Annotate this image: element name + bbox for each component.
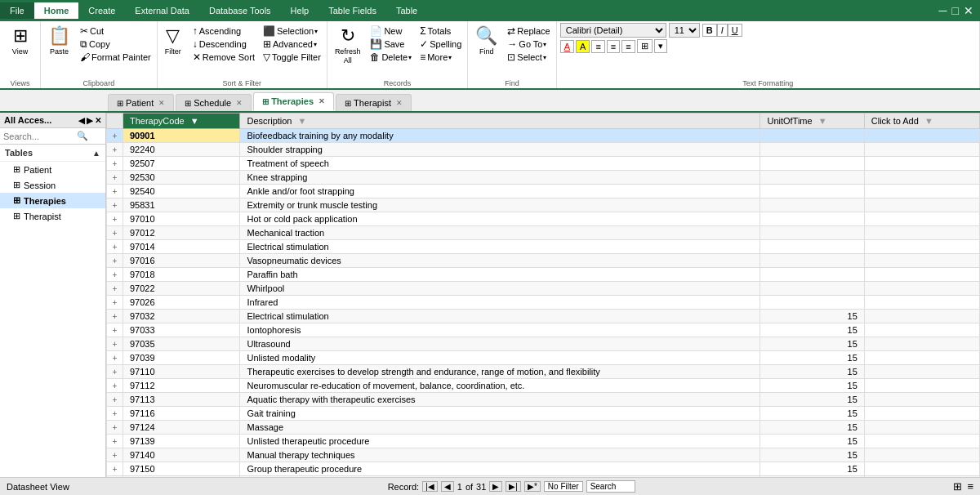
table-row[interactable]: +92240Shoulder strapping — [107, 143, 980, 157]
nav-tab-schedule[interactable]: ⊞ Schedule ✕ — [176, 94, 252, 111]
table-row[interactable]: +92530Knee strapping — [107, 171, 980, 185]
refresh-button[interactable]: ↻ Refresh All — [331, 23, 365, 67]
row-expand[interactable]: + — [107, 268, 123, 282]
more-button[interactable]: ≡ More ▾ — [417, 51, 464, 64]
copy-button[interactable]: ⧉ Copy — [78, 38, 154, 51]
selection-button[interactable]: ⬛ Selection ▾ — [261, 25, 323, 38]
font-selector[interactable]: Calibri (Detail) — [560, 23, 666, 38]
table-row[interactable]: +97016Vasopneumatic devices — [107, 254, 980, 268]
table-row[interactable]: +97035Ultrasound15 — [107, 337, 980, 351]
row-expand[interactable]: + — [107, 421, 123, 435]
sidebar-item-therapist[interactable]: ⊞ Therapist — [0, 208, 105, 224]
row-expand[interactable]: + — [107, 337, 123, 351]
table-row[interactable]: +97110Therapeutic exercises to develop s… — [107, 365, 980, 379]
row-expand[interactable]: + — [107, 379, 123, 393]
tab-help[interactable]: Help — [281, 2, 319, 19]
table-row[interactable]: +97018Paraffin bath — [107, 268, 980, 282]
nav-tab-patient[interactable]: ⊞ Patient ✕ — [108, 94, 174, 111]
bold-button[interactable]: B — [702, 24, 717, 37]
row-expand[interactable]: + — [107, 393, 123, 407]
row-expand[interactable]: + — [107, 157, 123, 171]
view-icon-list[interactable]: ≡ — [967, 480, 973, 493]
highlight-button[interactable]: A — [576, 40, 590, 53]
tables-section-collapse-icon[interactable]: ▲ — [92, 149, 100, 158]
col-click-to-add[interactable]: Click to Add ▼ — [864, 114, 979, 129]
sidebar-item-session[interactable]: ⊞ Session — [0, 177, 105, 193]
advanced-button[interactable]: ⊞ Advanced ▾ — [261, 38, 323, 51]
toggle-filter-button[interactable]: ▽ Toggle Filter — [261, 51, 323, 64]
tab-external-data[interactable]: External Data — [125, 2, 199, 19]
format-painter-button[interactable]: 🖌 Format Painter — [78, 51, 154, 64]
row-expand[interactable]: + — [107, 476, 123, 478]
schedule-tab-close-icon[interactable]: ✕ — [236, 99, 243, 107]
tab-database-tools[interactable]: Database Tools — [199, 2, 281, 19]
remove-sort-button[interactable]: ✕ Remove Sort — [190, 51, 257, 64]
row-expand[interactable]: + — [107, 226, 123, 240]
sidebar-item-therapies[interactable]: ⊞ Therapies — [0, 193, 105, 208]
nav-next-button[interactable]: ▶ — [489, 481, 502, 492]
find-button[interactable]: 🔍 Find — [471, 23, 501, 64]
tab-create[interactable]: Create — [78, 2, 125, 19]
cut-button[interactable]: ✂ Cut — [78, 25, 154, 38]
table-row[interactable]: +97022Whirlpool — [107, 282, 980, 296]
row-expand[interactable]: + — [107, 198, 123, 212]
delete-button[interactable]: 🗑 Delete ▾ — [368, 51, 414, 64]
view-icon-datasheet[interactable]: ⊞ — [953, 480, 962, 493]
row-expand[interactable]: + — [107, 462, 123, 476]
nav-new-button[interactable]: ▶* — [524, 481, 541, 492]
totals-button[interactable]: Σ Totals — [417, 25, 464, 38]
table-row[interactable]: +97012Mechanical traction — [107, 226, 980, 240]
row-expand[interactable]: + — [107, 282, 123, 296]
align-right-button[interactable]: ≡ — [621, 40, 635, 53]
table-row[interactable]: +97032Electrical stimulation15 — [107, 310, 980, 323]
select-button[interactable]: ⊡ Select ▾ — [505, 51, 552, 64]
nav-last-button[interactable]: ▶| — [506, 481, 521, 492]
row-expand[interactable]: + — [107, 240, 123, 254]
tab-table-fields[interactable]: Table Fields — [318, 2, 386, 19]
table-row[interactable]: +97014Electrical stimulation — [107, 240, 980, 254]
table-row[interactable]: +97124Massage15 — [107, 421, 980, 435]
view-button[interactable]: ⊞ View — [3, 23, 37, 58]
sidebar-nav-back-icon[interactable]: ◀ — [78, 116, 85, 125]
grid-button[interactable]: ⊞ — [637, 39, 653, 53]
no-filter-badge[interactable]: No Filter — [544, 481, 583, 492]
sidebar-nav-forward-icon[interactable]: ▶ — [87, 116, 93, 125]
col-unit-of-time[interactable]: UnitOfTime ▼ — [760, 114, 864, 129]
table-row[interactable]: +97116Gait training15 — [107, 407, 980, 421]
col-description[interactable]: Description ▼ — [240, 114, 760, 129]
therapist-tab-close-icon[interactable]: ✕ — [396, 99, 403, 107]
row-expand[interactable]: + — [107, 407, 123, 421]
spelling-button[interactable]: ✓ Spelling — [417, 38, 464, 51]
search-input[interactable] — [586, 480, 635, 493]
table-row[interactable]: +97140Manual therapy techniques15 — [107, 448, 980, 462]
row-expand[interactable]: + — [107, 143, 123, 157]
save-button[interactable]: 💾 Save — [368, 38, 414, 51]
table-row[interactable]: +97139Unlisted therapeutic procedure15 — [107, 435, 980, 448]
table-row[interactable]: +97112Neuromuscular re-education of move… — [107, 379, 980, 393]
close-icon[interactable]: ✕ — [964, 4, 973, 17]
table-row[interactable]: +97530Dynamic activities to improve func… — [107, 476, 980, 478]
row-expand[interactable]: + — [107, 351, 123, 365]
maximize-icon[interactable]: □ — [952, 4, 959, 17]
table-row[interactable]: +97026Infrared — [107, 296, 980, 310]
table-row[interactable]: +97039Unlisted modality15 — [107, 351, 980, 365]
sidebar-search-icon[interactable]: 🔍 — [77, 131, 88, 141]
table-row[interactable]: +97010Hot or cold pack application — [107, 212, 980, 226]
nav-tab-therapist[interactable]: ⊞ Therapist ✕ — [336, 94, 412, 111]
sidebar-close-icon[interactable]: ✕ — [95, 116, 101, 125]
row-expand[interactable]: + — [107, 296, 123, 310]
row-expand[interactable]: + — [107, 365, 123, 379]
row-expand[interactable]: + — [107, 323, 123, 337]
table-row[interactable]: +97033Iontophoresis15 — [107, 323, 980, 337]
therapies-tab-close-icon[interactable]: ✕ — [318, 97, 325, 105]
patient-tab-close-icon[interactable]: ✕ — [158, 99, 165, 107]
table-row[interactable]: +92507Treatment of speech — [107, 157, 980, 171]
more-format-button[interactable]: ▾ — [654, 39, 667, 53]
table-row[interactable]: +97113Aquatic therapy with therapeutic e… — [107, 393, 980, 407]
underline-button[interactable]: U — [728, 24, 742, 37]
nav-prev-button[interactable]: ◀ — [441, 481, 454, 492]
row-expand[interactable]: + — [107, 171, 123, 185]
nav-tab-therapies[interactable]: ⊞ Therapies ✕ — [253, 92, 334, 111]
row-expand[interactable]: + — [107, 448, 123, 462]
tab-home[interactable]: Home — [34, 2, 79, 19]
